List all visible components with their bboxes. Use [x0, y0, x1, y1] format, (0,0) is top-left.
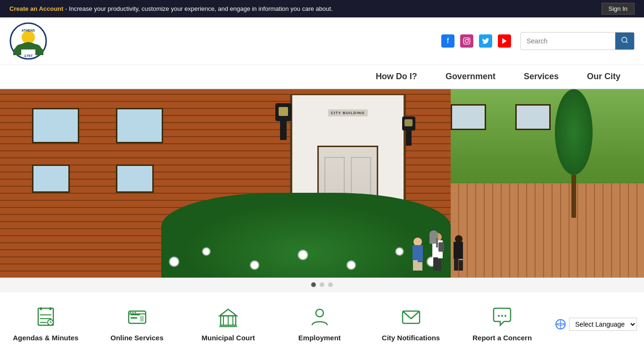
agendas-icon: [35, 306, 56, 330]
lantern-left-head: [275, 103, 291, 121]
carousel-dot-2[interactable]: [320, 282, 324, 287]
svg-line-11: [626, 41, 627, 43]
lantern-left-light: [279, 107, 288, 116]
svg-rect-13: [40, 307, 42, 310]
youtube-icon[interactable]: [498, 34, 511, 48]
agendas-label: Agendas & Minutes: [13, 334, 78, 342]
municipal-court-icon: [218, 306, 239, 330]
banner-text: Create an Account - Increase your produc…: [9, 5, 333, 12]
report-concern-icon: [492, 306, 512, 330]
lantern-right-head: [402, 116, 415, 131]
svg-point-8: [468, 39, 469, 40]
sign-in-button[interactable]: Sign In: [602, 3, 635, 15]
municipal-court-label: Municipal Court: [202, 334, 255, 342]
svg-rect-24: [140, 316, 144, 321]
search-input[interactable]: [521, 33, 615, 49]
tree-trunk: [571, 175, 576, 218]
person-1-body: [413, 245, 423, 262]
tree: [555, 89, 593, 212]
banner-description: - Increase your productivity, customize …: [63, 5, 332, 12]
window-left-1: [32, 108, 79, 143]
svg-point-36: [316, 309, 323, 317]
svg-point-39: [501, 315, 503, 317]
quick-links-bar: Agendas & Minutes Online Services: [0, 292, 644, 351]
top-banner: Create an Account - Increase your produc…: [0, 0, 644, 17]
svg-point-40: [504, 315, 506, 317]
online-services-label: Online Services: [110, 334, 164, 342]
svg-point-1: [22, 31, 35, 44]
svg-point-27: [132, 312, 133, 313]
carousel-dot-1[interactable]: [311, 282, 316, 287]
header: 1797 ATHENS f: [0, 17, 644, 65]
logo-svg: 1797 ATHENS: [9, 22, 47, 60]
person-2-backpack: [438, 242, 444, 252]
window-right-1: [451, 104, 486, 130]
svg-rect-14: [50, 307, 51, 310]
svg-point-26: [130, 312, 131, 313]
nav-services[interactable]: Services: [510, 65, 573, 88]
search-area: [520, 32, 635, 50]
svg-point-7: [465, 40, 469, 43]
window-right-2: [515, 104, 551, 130]
person-1: [413, 238, 423, 271]
lantern-right-light: [405, 119, 413, 126]
lantern-right-pole: [406, 123, 412, 146]
brick-path: [451, 183, 644, 278]
report-concern-label: Report a Concern: [472, 334, 532, 342]
logo-area: 1797 ATHENS: [9, 22, 47, 60]
svg-rect-6: [463, 38, 470, 44]
quick-link-municipal-court[interactable]: Municipal Court: [182, 302, 274, 346]
person-2-leg-r: [437, 259, 441, 271]
carousel-dot-3[interactable]: [328, 282, 333, 287]
instagram-icon[interactable]: [460, 34, 473, 48]
nav-our-city[interactable]: Our City: [573, 65, 635, 88]
person-3: [454, 235, 464, 271]
svg-marker-30: [220, 309, 237, 316]
city-notifications-icon: [401, 306, 421, 330]
svg-text:1797: 1797: [24, 54, 33, 58]
search-button[interactable]: [615, 33, 634, 49]
building-sign: CITY BUILDING: [328, 109, 368, 116]
tree-canopy: [555, 89, 593, 175]
people-area: [413, 233, 464, 271]
employment-icon: [309, 306, 330, 330]
nav-government[interactable]: Government: [431, 65, 510, 88]
twitter-icon[interactable]: [479, 34, 492, 48]
svg-text:ATHENS: ATHENS: [22, 29, 35, 32]
quick-link-agendas[interactable]: Agendas & Minutes: [0, 302, 91, 346]
city-logo[interactable]: 1797 ATHENS: [9, 22, 47, 60]
person-1-leg-r: [418, 262, 422, 271]
svg-marker-9: [502, 38, 506, 44]
person-3-body: [454, 242, 463, 259]
google-translate-icon: [555, 319, 566, 330]
window-left-4: [116, 165, 154, 193]
online-services-icon: [127, 306, 148, 330]
window-left-3: [32, 165, 70, 193]
svg-point-28: [134, 312, 136, 313]
city-notifications-label: City Notifications: [382, 334, 440, 342]
person-1-leg-l: [413, 260, 418, 271]
svg-rect-23: [131, 317, 137, 319]
social-icons: f: [441, 34, 511, 48]
svg-point-10: [622, 37, 627, 42]
hero-image: CITY BUILDING: [0, 89, 644, 278]
person-3-leg-l: [454, 258, 458, 271]
facebook-icon[interactable]: f: [441, 34, 454, 48]
language-select[interactable]: Select Language English Español Français…: [569, 318, 637, 331]
lantern-left-pole: [280, 112, 287, 140]
carousel-dots: [0, 278, 644, 292]
quick-link-city-notifications[interactable]: City Notifications: [365, 302, 457, 346]
nav-how-do-i[interactable]: How Do I?: [362, 65, 431, 88]
employment-label: Employment: [298, 334, 341, 342]
mailbox-post: [436, 238, 438, 247]
person-3-leg-r: [459, 260, 463, 271]
language-selector-area: Select Language English Español Français…: [548, 318, 644, 331]
quick-link-employment[interactable]: Employment: [274, 302, 365, 346]
create-account-link[interactable]: Create an Account: [9, 5, 63, 12]
main-nav: How Do I? Government Services Our City: [0, 65, 644, 89]
quick-link-online-services[interactable]: Online Services: [91, 302, 183, 346]
svg-point-38: [498, 315, 500, 317]
quick-link-report-concern[interactable]: Report a Concern: [456, 302, 548, 346]
window-left-2: [116, 108, 163, 143]
